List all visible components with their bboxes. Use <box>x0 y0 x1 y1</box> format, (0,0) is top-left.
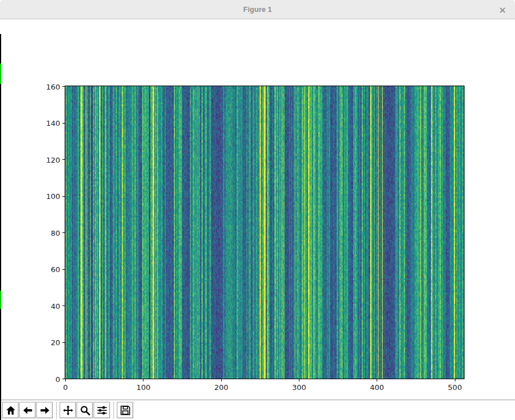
y-tick-mark <box>62 159 65 160</box>
edge-green-segment <box>0 63 1 84</box>
y-tick-label: 0 <box>56 375 60 383</box>
heatmap-canvas[interactable] <box>65 86 464 379</box>
save-button[interactable] <box>117 402 133 418</box>
axes-plot-box: 0100200300400500020406080100120140160 <box>65 86 465 379</box>
titlebar[interactable]: Figure 1 × <box>0 0 515 19</box>
screen-edge-artifact <box>0 34 1 420</box>
pan-button[interactable] <box>60 402 76 418</box>
move-arrows-icon <box>62 405 74 416</box>
y-tick-label: 140 <box>46 119 60 128</box>
x-tick-label: 400 <box>370 383 384 392</box>
y-tick-label: 20 <box>50 338 60 347</box>
edge-green-segment <box>0 291 1 309</box>
y-tick-mark <box>62 123 65 124</box>
x-tick-label: 200 <box>214 383 229 392</box>
y-tick-label: 40 <box>50 302 60 310</box>
x-tick-mark <box>65 379 66 381</box>
forward-button[interactable] <box>36 402 53 418</box>
x-tick-label: 0 <box>63 383 67 392</box>
toolbar-separator <box>56 402 57 419</box>
x-tick-mark <box>221 379 222 381</box>
x-tick-label: 300 <box>292 383 306 392</box>
home-icon <box>5 405 16 416</box>
y-tick-mark <box>62 306 65 306</box>
arrow-left-icon <box>22 405 33 416</box>
y-tick-mark <box>62 232 65 233</box>
x-tick-mark <box>143 379 143 381</box>
floppy-disk-icon <box>120 405 131 416</box>
x-tick-label: 500 <box>448 383 462 392</box>
x-tick-label: 100 <box>136 383 150 392</box>
x-tick-mark <box>455 379 455 381</box>
sliders-icon <box>96 405 108 416</box>
y-tick-label: 100 <box>46 192 60 201</box>
y-tick-label: 160 <box>46 82 60 91</box>
home-button[interactable] <box>2 402 19 418</box>
y-tick-mark <box>62 379 65 379</box>
navigation-toolbar <box>0 400 515 420</box>
close-icon[interactable]: × <box>497 4 508 15</box>
window-title: Figure 1 <box>243 5 272 14</box>
x-tick-mark <box>377 379 377 381</box>
arrow-right-icon <box>39 405 50 416</box>
y-tick-mark <box>62 86 65 87</box>
y-tick-label: 60 <box>50 265 60 274</box>
figure-window: Figure 1 × 01002003004005000204060801001… <box>0 0 515 420</box>
figure-canvas-area: 0100200300400500020406080100120140160 <box>0 20 515 400</box>
y-tick-mark <box>62 342 65 343</box>
y-tick-label: 120 <box>46 155 60 164</box>
y-tick-mark <box>62 269 65 270</box>
back-button[interactable] <box>19 402 36 418</box>
toolbar-separator <box>113 402 114 419</box>
y-tick-label: 80 <box>50 228 60 237</box>
x-tick-mark <box>299 379 299 381</box>
y-tick-mark <box>62 196 65 197</box>
magnifier-icon <box>79 405 91 416</box>
zoom-button[interactable] <box>77 402 93 418</box>
configure-subplots-button[interactable] <box>94 402 110 418</box>
